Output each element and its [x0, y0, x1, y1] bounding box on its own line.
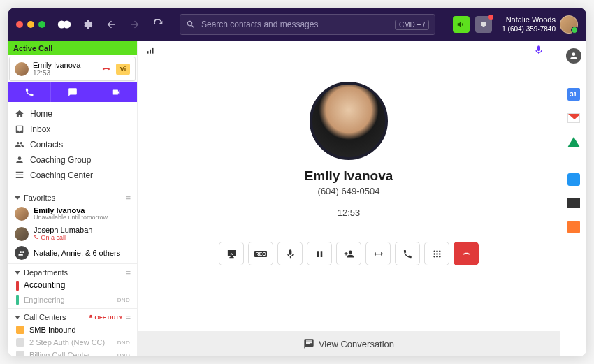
user-avatar [560, 15, 578, 34]
dnd-badge: DND [117, 297, 130, 303]
settings-icon[interactable] [79, 16, 96, 33]
forward-icon [126, 16, 143, 33]
hold-button[interactable] [307, 242, 332, 265]
video-button[interactable] [94, 82, 137, 102]
drag-handle-icon[interactable]: = [126, 194, 130, 202]
minimize-window[interactable] [27, 21, 34, 28]
svg-point-13 [439, 256, 441, 258]
call-park-button[interactable] [395, 242, 420, 265]
dept-color [16, 281, 19, 291]
mute-button[interactable] [277, 242, 303, 265]
record-button[interactable]: REC [248, 242, 273, 265]
svg-point-9 [436, 253, 438, 255]
search-bar[interactable]: CMD + / [180, 14, 435, 35]
user-menu[interactable]: Natalie Woods +1 (604) 359-7840 [498, 15, 578, 34]
hangup-icon[interactable] [101, 64, 112, 75]
call-topbar [138, 41, 560, 62]
back-icon[interactable] [103, 16, 119, 33]
contact-phone: (604) 649-0504 [318, 186, 380, 196]
google-drive-icon[interactable] [567, 135, 581, 149]
favorite-item[interactable]: Emily IvanovaUnavailable until tomorrow [8, 204, 137, 224]
department-item[interactable]: Accounting [8, 279, 137, 293]
call-duration: 12:53 [33, 69, 96, 77]
caller-avatar [15, 62, 29, 76]
gmail-icon[interactable] [567, 111, 581, 125]
app-rail: 31 [560, 41, 586, 356]
svg-point-7 [439, 250, 441, 252]
google-calendar-icon[interactable]: 31 [567, 87, 581, 101]
favorite-item[interactable]: Natalie, Annie, & 6 others [8, 244, 137, 262]
refresh-icon[interactable] [150, 16, 167, 33]
screenshare-button[interactable] [219, 242, 244, 265]
dept-color [16, 295, 19, 305]
callcenter-item[interactable]: SMB Inbound [8, 323, 137, 336]
svg-rect-4 [152, 48, 154, 54]
end-call-button[interactable] [454, 242, 479, 265]
user-name: Natalie Woods [498, 15, 556, 24]
hubspot-icon[interactable] [567, 220, 581, 234]
phone-icon [34, 234, 39, 240]
section-favorites[interactable]: Favorites= [8, 189, 137, 204]
quick-actions [8, 82, 137, 102]
contact-avatar [15, 207, 29, 221]
signal-icon [146, 45, 156, 58]
callcenter-item[interactable]: 2 Step Auth (New CC)DND [8, 336, 137, 349]
app-logo [57, 17, 72, 32]
notifications-icon[interactable] [475, 16, 492, 33]
user-phone: +1 (604) 359-7840 [498, 25, 556, 34]
contact-name: Emily Ivanova [305, 168, 393, 184]
cc-color [16, 338, 24, 347]
view-conversation-button[interactable]: View Conversation [138, 331, 560, 356]
close-window[interactable] [16, 21, 23, 28]
chevron-down-icon [15, 316, 20, 319]
vi-badge: Vi [116, 64, 130, 75]
announcements-icon[interactable] [453, 16, 470, 33]
drag-handle-icon[interactable]: = [126, 313, 130, 321]
titlebar: CMD + / Natalie Woods +1 (604) 359-7840 [8, 8, 586, 41]
svg-point-1 [63, 21, 71, 29]
department-item[interactable]: EngineeringDND [8, 293, 137, 307]
profile-icon[interactable] [566, 48, 581, 64]
svg-point-6 [436, 250, 438, 252]
search-icon [186, 20, 196, 29]
transfer-button[interactable] [365, 242, 391, 265]
nav-inbox[interactable]: Inbox [8, 122, 137, 137]
section-callcenters[interactable]: Call CentersOFF DUTY= [8, 308, 137, 323]
maximize-window[interactable] [38, 21, 45, 28]
chevron-down-icon [15, 196, 20, 200]
nav-coaching-center[interactable]: Coaching Center [8, 168, 137, 183]
add-participant-button[interactable] [336, 242, 361, 265]
callcenter-item[interactable]: Billing Call CenterDND [8, 349, 137, 356]
cc-color [16, 326, 24, 334]
voice-ai-icon[interactable] [533, 45, 544, 59]
messaging-app-icon[interactable] [567, 173, 581, 187]
nav-home[interactable]: Home [8, 106, 137, 122]
cc-color [16, 351, 24, 356]
contact-avatar [15, 227, 29, 241]
traffic-lights [16, 21, 45, 28]
svg-point-10 [439, 253, 441, 255]
message-button[interactable] [50, 82, 94, 102]
svg-rect-3 [150, 50, 151, 54]
caller-name: Emily Ivanova [33, 61, 96, 69]
search-input[interactable] [201, 20, 389, 29]
favorite-item[interactable]: Joseph Lumaban On a call [8, 224, 137, 244]
nav-coaching-group[interactable]: Coaching Group [8, 152, 137, 168]
zendesk-icon[interactable] [567, 196, 581, 210]
active-call-card[interactable]: Emily Ivanova 12:53 Vi [9, 57, 136, 81]
dial-button[interactable] [8, 82, 50, 102]
keypad-button[interactable] [424, 242, 449, 265]
group-avatar [15, 246, 29, 260]
contact-avatar-large [310, 82, 388, 160]
section-departments[interactable]: Departments= [8, 263, 137, 279]
svg-point-5 [433, 250, 435, 252]
chat-icon [303, 338, 314, 349]
svg-point-8 [433, 253, 435, 255]
nav-contacts[interactable]: Contacts [8, 137, 137, 152]
drag-handle-icon[interactable]: = [126, 268, 130, 277]
app-window: CMD + / Natalie Woods +1 (604) 359-7840 … [8, 8, 586, 356]
call-controls: REC [219, 242, 479, 265]
search-shortcut: CMD + / [395, 20, 429, 30]
call-timer: 12:53 [338, 208, 361, 218]
sidebar: Active Call Emily Ivanova 12:53 Vi Home … [8, 41, 138, 356]
